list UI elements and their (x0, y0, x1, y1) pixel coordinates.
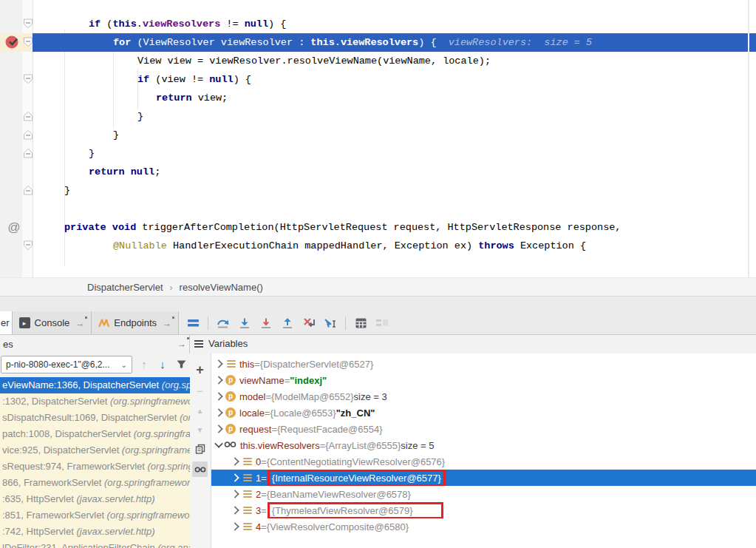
variables-menu-icon[interactable] (194, 339, 203, 349)
force-step-into-icon[interactable] (259, 317, 273, 330)
code-line[interactable]: } (33, 181, 756, 200)
stack-frame-row[interactable]: sDispatchResult:1069, DispatcherServlet … (0, 410, 190, 426)
frame-package: (javax.servlet.http) (76, 526, 154, 537)
code-token: throws (478, 240, 514, 251)
endpoints-icon (98, 317, 109, 328)
move-watch-up-icon[interactable]: ▲ (192, 403, 208, 419)
fold-marker-icon[interactable] (23, 37, 33, 47)
code-line[interactable] (33, 200, 756, 218)
chevron-right-icon[interactable] (214, 376, 222, 384)
stack-frame-row[interactable]: vice:925, DispatcherServlet (org.springf… (0, 442, 190, 459)
red-annotation-box: {ThymeleafViewResolver@6579} (268, 502, 443, 518)
stack-frame-row[interactable]: lDoFilter:231, ApplicationFilterChain (o… (0, 540, 190, 548)
add-watch-icon[interactable]: + (192, 362, 208, 378)
tab-endpoints[interactable]: Endpoints → (92, 311, 179, 334)
debugger-actions-icon[interactable] (186, 317, 200, 330)
variable-row[interactable]: 3 = {ThymeleafViewResolver@6579} (211, 502, 756, 518)
show-watches-icon[interactable] (192, 461, 208, 477)
code-line[interactable]: if (this.viewResolvers != null) { (33, 15, 756, 33)
debugger-bottom-area: p-nio-8080-exec-1"@6,2... ⌄ ↑ ↓ eViewNam… (0, 354, 756, 548)
chevron-right-icon[interactable] (214, 408, 222, 416)
fold-marker-icon[interactable] (23, 240, 33, 251)
stack-frame-row[interactable]: patch:1008, DispatcherServlet (org.sprin… (0, 426, 190, 442)
chevron-right-icon[interactable] (214, 392, 222, 400)
chevron-right-icon[interactable] (231, 457, 239, 465)
layout-settings-icon[interactable] (375, 317, 389, 330)
stack-frame-row[interactable]: :635, HttpServlet (javax.servlet.http) (0, 491, 190, 507)
chevron-right-icon[interactable] (214, 424, 222, 433)
fold-marker-icon[interactable] (23, 148, 33, 158)
step-into-icon[interactable] (238, 317, 251, 330)
variable-row[interactable]: this = {DispatcherServlet@6527} (211, 356, 756, 372)
frames-pin-icon[interactable]: → (177, 339, 186, 349)
chevron-right-icon[interactable] (214, 359, 222, 368)
variable-row[interactable]: 2 = {BeanNameViewResolver@6578} (211, 486, 756, 502)
code-token: return (156, 92, 192, 104)
variable-row[interactable]: 0 = {ContentNegotiatingViewResolver@6576… (211, 453, 756, 470)
chevron-right-icon[interactable] (231, 522, 239, 530)
remove-watch-icon[interactable]: − (192, 383, 208, 399)
variable-name: request (239, 424, 271, 435)
variable-row[interactable]: pviewName = "indexj" (211, 372, 756, 388)
code-line[interactable]: } (33, 107, 756, 126)
step-over-icon[interactable] (217, 317, 230, 330)
fold-marker-icon[interactable] (23, 129, 33, 140)
tab-console[interactable]: ▸ Console → (13, 311, 92, 334)
variable-value: {InternalResourceViewResolver@6577} (272, 473, 441, 484)
fold-marker-icon[interactable] (23, 74, 33, 84)
stack-frame-row[interactable]: :1302, DispatcherServlet (org.springfram… (0, 393, 190, 410)
thread-selector[interactable]: p-nio-8080-exec-1"@6,2... ⌄ (1, 356, 132, 373)
evaluate-expression-icon[interactable] (354, 317, 367, 330)
stack-frame-row[interactable]: :742, HttpServlet (javax.servlet.http) (0, 524, 190, 540)
move-watch-down-icon[interactable]: ▼ (192, 422, 208, 438)
code-line[interactable]: } (33, 126, 756, 144)
variable-row[interactable]: 1 = {InternalResourceViewResolver@6577} (211, 470, 756, 486)
code-token: (ViewResolver viewResolver : (131, 37, 310, 48)
duplicate-watch-icon[interactable] (192, 441, 208, 456)
variable-value: "indexj" (290, 375, 327, 386)
code-line[interactable]: @Nullable HandlerExecutionChain mappedHa… (33, 237, 756, 255)
code-line[interactable]: return view; (33, 89, 756, 107)
variable-row[interactable]: prequest = {RequestFacade@6554} (211, 421, 756, 437)
code-line[interactable]: } (33, 144, 756, 163)
frame-location: :635, HttpServlet (2, 493, 76, 504)
stack-frame-row[interactable]: eViewName:1366, DispatcherServlet (org.s… (0, 377, 190, 393)
code-token: null (245, 18, 268, 30)
previous-frame-icon[interactable]: ↑ (137, 357, 151, 371)
variable-row[interactable]: 4 = {ViewResolverComposite@6580} (211, 518, 756, 535)
stack-frame-row[interactable]: :851, FrameworkServlet (org.springframew… (0, 507, 190, 524)
code-line[interactable]: private void triggerAfterCompletion(Http… (33, 218, 756, 237)
next-frame-icon[interactable]: ↓ (156, 357, 169, 371)
chevron-right-icon[interactable] (231, 490, 239, 498)
fold-marker-icon[interactable] (23, 111, 33, 121)
breadcrumb-class[interactable]: DispatcherServlet (87, 282, 163, 293)
chevron-down-icon[interactable] (214, 439, 222, 447)
code-token: @Nullable (113, 240, 167, 251)
tab-debugger-label: er (1, 317, 10, 328)
stack-frame-row[interactable]: sRequest:974, FrameworkServlet (org.spri… (0, 459, 190, 475)
tab-debugger-partial[interactable]: er (0, 311, 13, 334)
code-editor[interactable]: @ if (this.viewResolvers != null) {for (… (0, 0, 756, 277)
breakpoint-icon[interactable] (4, 34, 21, 50)
fold-marker-icon[interactable] (23, 185, 33, 195)
stack-frame-row[interactable]: 866, FrameworkServlet (org.springframewo… (0, 475, 190, 491)
code-token: private (64, 222, 106, 233)
run-to-cursor-icon[interactable] (324, 317, 337, 330)
chevron-right-icon[interactable] (231, 506, 239, 514)
drop-frame-icon[interactable] (302, 317, 316, 330)
code-line[interactable]: View view = viewResolver.resolveViewName… (33, 52, 756, 70)
panel-divider[interactable] (189, 335, 190, 354)
chevron-right-icon[interactable] (231, 473, 239, 481)
step-out-icon[interactable] (281, 317, 294, 330)
code-token: ) { (268, 18, 286, 30)
breadcrumb-method[interactable]: resolveViewName() (180, 282, 263, 293)
variable-row[interactable]: this.viewResolvers = {ArrayList@6555} si… (211, 437, 756, 453)
execution-line[interactable]: for (ViewResolver viewResolver : this.vi… (33, 33, 756, 52)
variable-row[interactable]: plocale = {Locale@6553} "zh_CN" (211, 405, 756, 421)
code-line[interactable]: return null; (33, 163, 756, 181)
code-line[interactable]: if (view != null) { (33, 70, 756, 89)
fold-marker-icon[interactable] (23, 18, 33, 29)
variable-row[interactable]: pmodel = {ModelMap@6552} size = 3 (211, 388, 756, 405)
editor-debugger-splitter[interactable] (0, 296, 756, 312)
filter-frames-icon[interactable] (174, 357, 188, 371)
